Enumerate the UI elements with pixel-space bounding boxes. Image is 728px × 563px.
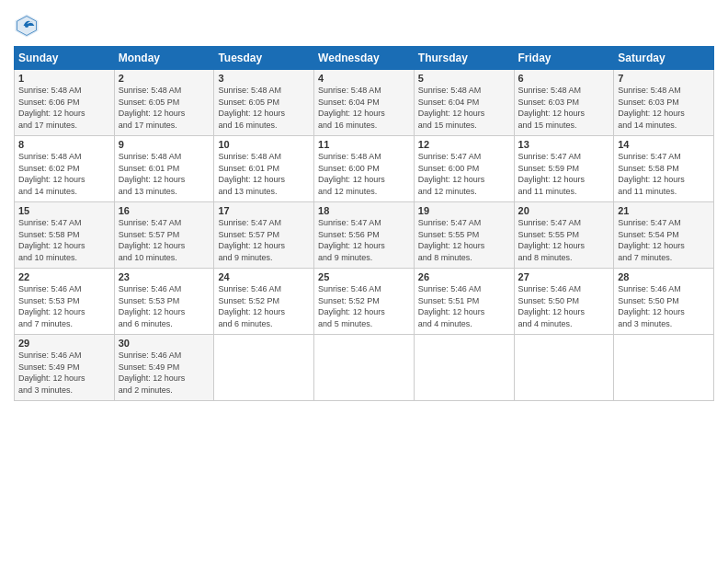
day-info: Sunrise: 5:48 AM Sunset: 6:00 PM Dayligh… (318, 151, 410, 197)
day-info: Sunrise: 5:46 AM Sunset: 5:49 PM Dayligh… (119, 350, 210, 396)
day-header-thursday: Thursday (414, 47, 514, 70)
calendar-cell: 27Sunrise: 5:46 AM Sunset: 5:50 PM Dayli… (514, 269, 614, 335)
day-info: Sunrise: 5:47 AM Sunset: 6:00 PM Dayligh… (418, 151, 510, 197)
calendar-cell: 12Sunrise: 5:47 AM Sunset: 6:00 PM Dayli… (414, 136, 514, 202)
header (14, 9, 714, 39)
calendar-cell: 8Sunrise: 5:48 AM Sunset: 6:02 PM Daylig… (15, 136, 115, 202)
calendar-table: SundayMondayTuesdayWednesdayThursdayFrid… (14, 46, 714, 401)
calendar-cell: 25Sunrise: 5:46 AM Sunset: 5:52 PM Dayli… (314, 269, 415, 335)
calendar-cell: 16Sunrise: 5:47 AM Sunset: 5:57 PM Dayli… (114, 202, 214, 269)
week-row-1: 1Sunrise: 5:48 AM Sunset: 6:06 PM Daylig… (15, 70, 714, 136)
calendar-cell (414, 335, 514, 401)
day-info: Sunrise: 5:46 AM Sunset: 5:49 PM Dayligh… (18, 350, 110, 396)
day-number: 13 (518, 139, 610, 150)
day-number: 24 (218, 271, 310, 282)
day-info: Sunrise: 5:47 AM Sunset: 5:57 PM Dayligh… (119, 217, 210, 263)
week-row-3: 15Sunrise: 5:47 AM Sunset: 5:58 PM Dayli… (15, 202, 714, 269)
calendar-cell: 11Sunrise: 5:48 AM Sunset: 6:00 PM Dayli… (314, 136, 415, 202)
day-info: Sunrise: 5:48 AM Sunset: 6:03 PM Dayligh… (618, 85, 710, 131)
day-number: 27 (518, 271, 610, 282)
calendar-cell: 24Sunrise: 5:46 AM Sunset: 5:52 PM Dayli… (214, 269, 314, 335)
day-number: 25 (318, 271, 410, 282)
day-number: 28 (618, 271, 710, 282)
day-number: 16 (119, 205, 210, 216)
day-info: Sunrise: 5:46 AM Sunset: 5:52 PM Dayligh… (218, 283, 310, 329)
calendar-cell: 29Sunrise: 5:46 AM Sunset: 5:49 PM Dayli… (15, 335, 115, 401)
day-number: 29 (18, 338, 110, 349)
day-info: Sunrise: 5:46 AM Sunset: 5:51 PM Dayligh… (418, 283, 510, 329)
calendar-cell: 6Sunrise: 5:48 AM Sunset: 6:03 PM Daylig… (514, 70, 614, 136)
day-number: 19 (418, 205, 510, 216)
calendar-cell: 26Sunrise: 5:46 AM Sunset: 5:51 PM Dayli… (414, 269, 514, 335)
calendar-cell (314, 335, 415, 401)
day-info: Sunrise: 5:46 AM Sunset: 5:53 PM Dayligh… (119, 283, 210, 329)
day-header-saturday: Saturday (614, 47, 714, 70)
day-number: 15 (18, 205, 110, 216)
calendar-cell: 14Sunrise: 5:47 AM Sunset: 5:58 PM Dayli… (614, 136, 714, 202)
calendar-cell: 21Sunrise: 5:47 AM Sunset: 5:54 PM Dayli… (614, 202, 714, 269)
day-header-sunday: Sunday (15, 47, 115, 70)
logo (14, 13, 41, 39)
calendar-cell: 3Sunrise: 5:48 AM Sunset: 6:05 PM Daylig… (214, 70, 314, 136)
day-info: Sunrise: 5:46 AM Sunset: 5:50 PM Dayligh… (618, 283, 710, 329)
calendar-cell: 20Sunrise: 5:47 AM Sunset: 5:55 PM Dayli… (514, 202, 614, 269)
calendar-cell: 22Sunrise: 5:46 AM Sunset: 5:53 PM Dayli… (15, 269, 115, 335)
day-info: Sunrise: 5:46 AM Sunset: 5:50 PM Dayligh… (518, 283, 610, 329)
day-number: 7 (618, 73, 710, 84)
day-info: Sunrise: 5:47 AM Sunset: 5:57 PM Dayligh… (218, 217, 310, 263)
calendar-cell: 28Sunrise: 5:46 AM Sunset: 5:50 PM Dayli… (614, 269, 714, 335)
day-number: 17 (218, 205, 310, 216)
day-number: 2 (119, 73, 210, 84)
day-number: 26 (418, 271, 510, 282)
day-info: Sunrise: 5:47 AM Sunset: 5:59 PM Dayligh… (518, 151, 610, 197)
calendar-header-row: SundayMondayTuesdayWednesdayThursdayFrid… (15, 47, 714, 70)
day-number: 9 (119, 139, 210, 150)
logo-icon (14, 13, 40, 39)
day-number: 6 (518, 73, 610, 84)
calendar-cell: 13Sunrise: 5:47 AM Sunset: 5:59 PM Dayli… (514, 136, 614, 202)
calendar-cell: 10Sunrise: 5:48 AM Sunset: 6:01 PM Dayli… (214, 136, 314, 202)
week-row-5: 29Sunrise: 5:46 AM Sunset: 5:49 PM Dayli… (15, 335, 714, 401)
day-number: 20 (518, 205, 610, 216)
day-number: 5 (418, 73, 510, 84)
calendar-cell: 7Sunrise: 5:48 AM Sunset: 6:03 PM Daylig… (614, 70, 714, 136)
day-number: 18 (318, 205, 410, 216)
calendar-cell: 4Sunrise: 5:48 AM Sunset: 6:04 PM Daylig… (314, 70, 415, 136)
day-number: 23 (119, 271, 210, 282)
calendar-cell: 17Sunrise: 5:47 AM Sunset: 5:57 PM Dayli… (214, 202, 314, 269)
day-info: Sunrise: 5:48 AM Sunset: 6:03 PM Dayligh… (518, 85, 610, 131)
calendar-cell: 23Sunrise: 5:46 AM Sunset: 5:53 PM Dayli… (114, 269, 214, 335)
day-header-wednesday: Wednesday (314, 47, 415, 70)
calendar-cell (514, 335, 614, 401)
calendar-cell: 2Sunrise: 5:48 AM Sunset: 6:05 PM Daylig… (114, 70, 214, 136)
day-number: 12 (418, 139, 510, 150)
day-info: Sunrise: 5:47 AM Sunset: 5:58 PM Dayligh… (618, 151, 710, 197)
calendar-cell: 18Sunrise: 5:47 AM Sunset: 5:56 PM Dayli… (314, 202, 415, 269)
day-number: 4 (318, 73, 410, 84)
day-info: Sunrise: 5:47 AM Sunset: 5:54 PM Dayligh… (618, 217, 710, 263)
day-info: Sunrise: 5:48 AM Sunset: 6:04 PM Dayligh… (318, 85, 410, 131)
day-number: 8 (18, 139, 110, 150)
day-number: 3 (218, 73, 310, 84)
week-row-2: 8Sunrise: 5:48 AM Sunset: 6:02 PM Daylig… (15, 136, 714, 202)
day-number: 1 (18, 73, 110, 84)
day-number: 21 (618, 205, 710, 216)
day-number: 30 (119, 338, 210, 349)
day-info: Sunrise: 5:47 AM Sunset: 5:55 PM Dayligh… (418, 217, 510, 263)
day-info: Sunrise: 5:48 AM Sunset: 6:02 PM Dayligh… (18, 151, 110, 197)
svg-point-2 (25, 24, 28, 28)
day-header-tuesday: Tuesday (214, 47, 314, 70)
day-info: Sunrise: 5:48 AM Sunset: 6:06 PM Dayligh… (18, 85, 110, 131)
calendar-cell: 15Sunrise: 5:47 AM Sunset: 5:58 PM Dayli… (15, 202, 115, 269)
day-header-monday: Monday (114, 47, 214, 70)
day-info: Sunrise: 5:48 AM Sunset: 6:05 PM Dayligh… (218, 85, 310, 131)
day-number: 11 (318, 139, 410, 150)
calendar-cell: 19Sunrise: 5:47 AM Sunset: 5:55 PM Dayli… (414, 202, 514, 269)
calendar-cell (614, 335, 714, 401)
day-number: 22 (18, 271, 110, 282)
calendar-cell: 5Sunrise: 5:48 AM Sunset: 6:04 PM Daylig… (414, 70, 514, 136)
calendar-cell: 30Sunrise: 5:46 AM Sunset: 5:49 PM Dayli… (114, 335, 214, 401)
calendar-cell: 1Sunrise: 5:48 AM Sunset: 6:06 PM Daylig… (15, 70, 115, 136)
calendar-cell: 9Sunrise: 5:48 AM Sunset: 6:01 PM Daylig… (114, 136, 214, 202)
calendar-cell (214, 335, 314, 401)
